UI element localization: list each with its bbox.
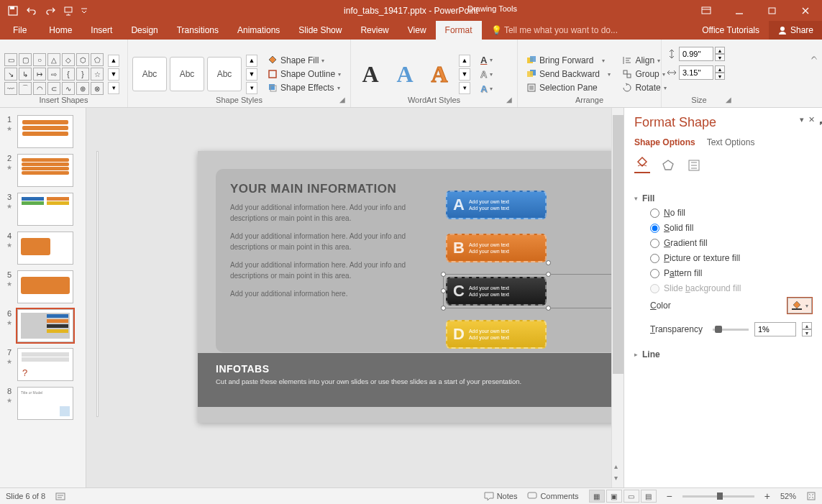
fit-to-window-button[interactable] — [806, 491, 816, 501]
pane-close-button[interactable]: ✕ — [808, 115, 815, 124]
transp-up[interactable]: ▲ — [802, 322, 812, 329]
wordart-launcher[interactable]: ◢ — [504, 94, 514, 104]
effects-icon[interactable] — [660, 157, 676, 173]
ribbon-display-options-button[interactable] — [690, 0, 723, 21]
wordart-preset-2[interactable]: A — [390, 57, 420, 91]
thumb-3[interactable]: 3★ — [0, 190, 86, 229]
info-tab-c[interactable]: CAdd your own textAdd your own text DESC… — [446, 277, 639, 306]
undo-button[interactable] — [23, 2, 40, 19]
design-tab[interactable]: Design — [122, 21, 167, 40]
shape-styles-launcher[interactable]: ◢ — [337, 94, 347, 104]
text-outline-button[interactable]: A▾ — [476, 68, 497, 81]
shape-style-preset-2[interactable]: Abc — [170, 57, 204, 91]
pane-menu-button[interactable]: ▾ — [800, 115, 804, 124]
slideshow-tab[interactable]: Slide Show — [289, 21, 351, 40]
comments-button[interactable]: Comments — [527, 492, 578, 500]
send-backward-button[interactable]: Send Backward ▾ — [522, 68, 615, 81]
text-options-tab[interactable]: Text Options — [707, 137, 755, 150]
tellme-search[interactable]: 💡 Tell me what you want to do... — [482, 21, 627, 40]
spell-check-icon[interactable] — [55, 491, 67, 501]
home-tab[interactable]: Home — [40, 21, 81, 40]
wordart-preset-3[interactable]: A — [424, 57, 455, 91]
height-down[interactable]: ▼ — [715, 54, 725, 61]
shape-style-preset-1[interactable]: Abc — [132, 57, 167, 91]
selection-pane-button[interactable]: Selection Pane — [522, 81, 615, 94]
width-input[interactable] — [679, 65, 713, 80]
line-section-header[interactable]: ▸Line — [634, 345, 812, 364]
fill-color-button[interactable]: ▾ — [787, 298, 812, 313]
size-properties-icon[interactable] — [686, 157, 702, 173]
minimize-button[interactable] — [723, 0, 756, 21]
shapes-gallery-scroll[interactable]: ▲▼▾ — [108, 55, 119, 94]
transp-down[interactable]: ▼ — [802, 329, 812, 336]
share-button[interactable]: Share — [769, 21, 822, 40]
format-tab[interactable]: Format — [436, 21, 482, 40]
redo-button[interactable] — [42, 2, 59, 19]
gradient-fill-radio[interactable]: Gradient fill — [650, 238, 812, 248]
shape-options-tab[interactable]: Shape Options — [634, 137, 695, 150]
thumb-4[interactable]: 4★ — [0, 229, 86, 267]
shape-styles-scroll[interactable]: ▲▼▾ — [246, 55, 257, 94]
thumb-5[interactable]: 5★ — [0, 267, 86, 306]
solid-fill-radio[interactable]: Solid fill — [650, 223, 812, 233]
width-down[interactable]: ▼ — [715, 73, 725, 80]
zoom-slider[interactable] — [682, 495, 754, 498]
height-spinner[interactable]: ▲▼ — [666, 47, 725, 61]
slide-canvas[interactable]: YOUR MAIN INFORMATION Add your additiona… — [86, 108, 624, 487]
sorter-view-button[interactable]: ▣ — [606, 490, 622, 503]
width-spinner[interactable]: ▲▼ — [666, 65, 725, 80]
zoom-out-button[interactable]: − — [667, 490, 672, 502]
slideshow-view-button[interactable]: ▤ — [641, 490, 657, 503]
transitions-tab[interactable]: Transitions — [168, 21, 228, 40]
info-tab-a[interactable]: AAdd your own textAdd your own text DESC… — [446, 191, 639, 219]
text-effects-button[interactable]: A▾ — [476, 82, 497, 96]
fill-section-header[interactable]: ▾Fill — [634, 189, 812, 208]
normal-view-button[interactable]: ▦ — [589, 490, 605, 503]
office-tutorials-link[interactable]: Office Tutorials — [693, 21, 769, 40]
shape-fill-button[interactable]: Shape Fill▾ — [263, 54, 345, 67]
slide-indicator[interactable]: Slide 6 of 8 — [6, 492, 45, 500]
reading-view-button[interactable]: ▭ — [624, 490, 639, 503]
animations-tab[interactable]: Animations — [228, 21, 289, 40]
size-launcher[interactable]: ◢ — [723, 94, 734, 104]
wordart-scroll[interactable]: ▲▼▾ — [459, 55, 470, 94]
canvas-vscrollbar[interactable]: ▴ ▾ — [611, 108, 624, 487]
text-fill-button[interactable]: A▾ — [476, 53, 497, 67]
notes-button[interactable]: Notes — [484, 492, 518, 500]
thumb-1[interactable]: 1★ — [0, 112, 86, 151]
height-up[interactable]: ▲ — [715, 47, 725, 54]
collapse-ribbon-button[interactable]: ᨈ — [811, 52, 818, 62]
shape-style-preset-3[interactable]: Abc — [207, 57, 242, 91]
width-up[interactable]: ▲ — [715, 65, 725, 73]
zoom-value[interactable]: 52% — [780, 492, 796, 500]
file-tab[interactable]: File — [0, 21, 40, 40]
arrange-group: Bring Forward ▾ Send Backward ▾ Selectio… — [518, 40, 662, 107]
info-tab-d[interactable]: DAdd your own textAdd your own text DESC… — [446, 320, 639, 349]
transparency-input[interactable] — [754, 322, 796, 336]
shape-outline-button[interactable]: Shape Outline▾ — [263, 68, 345, 81]
fill-line-icon[interactable] — [634, 157, 650, 173]
maximize-button[interactable] — [756, 0, 789, 21]
insert-tab[interactable]: Insert — [81, 21, 122, 40]
bring-forward-button[interactable]: Bring Forward ▾ — [522, 54, 615, 67]
view-tab[interactable]: View — [398, 21, 436, 40]
picture-fill-radio[interactable]: Picture or texture fill — [650, 253, 812, 263]
thumb-2[interactable]: 2★ — [0, 151, 86, 190]
pattern-fill-radio[interactable]: Pattern fill — [650, 268, 812, 278]
thumb-7[interactable]: 7★? — [0, 345, 86, 384]
start-from-beginning-button[interactable] — [60, 2, 78, 19]
zoom-in-button[interactable]: + — [764, 490, 770, 502]
wordart-preset-1[interactable]: A — [355, 57, 385, 91]
info-tab-b[interactable]: BAdd your own textAdd your own text DESC… — [446, 234, 639, 262]
thumb-8[interactable]: 8★Title or Model — [0, 384, 86, 423]
review-tab[interactable]: Review — [351, 21, 398, 40]
qat-customize-button[interactable] — [79, 2, 89, 19]
save-button[interactable] — [4, 2, 22, 19]
shape-effects-button[interactable]: Shape Effects▾ — [263, 81, 345, 94]
transparency-slider[interactable] — [713, 329, 749, 331]
thumb-6[interactable]: 6★ — [0, 306, 86, 345]
shapes-gallery[interactable]: ▭▢○△◇⬡⬠ ↘↳↦⇨{}☆ 〰⌒◠⊂∿⊕⊗ — [4, 53, 104, 95]
close-button[interactable] — [789, 0, 822, 21]
no-fill-radio[interactable]: No fill — [650, 208, 812, 218]
height-input[interactable] — [679, 47, 713, 61]
